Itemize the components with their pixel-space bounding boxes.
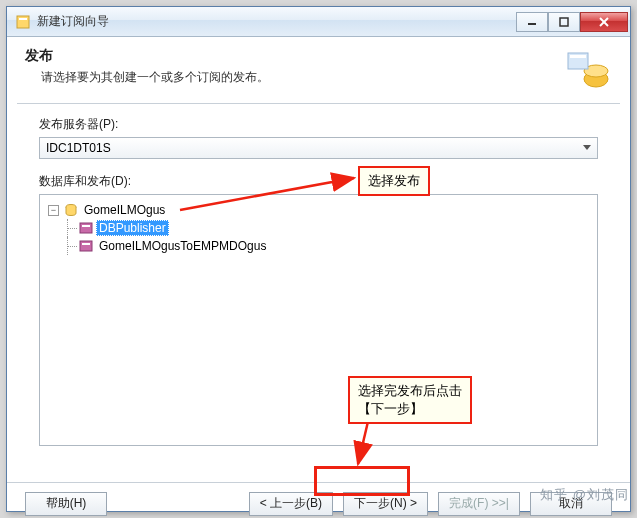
tree-item-label: DBPublisher <box>96 220 169 236</box>
svg-rect-13 <box>82 225 90 227</box>
wizard-header: 发布 请选择要为其创建一个或多个订阅的发布。 <box>7 37 630 103</box>
app-icon <box>15 14 31 30</box>
close-button[interactable] <box>580 12 628 32</box>
window-buttons <box>516 12 628 32</box>
wizard-window: 新建订阅向导 发布 请选择要为其创建一个或多个订阅的发布。 发布服务器(P): … <box>6 6 631 512</box>
tree-item-selected[interactable]: DBPublisher <box>44 219 593 237</box>
svg-rect-15 <box>82 243 90 245</box>
tree-item-label: GomeILMOgusToEMPMDOgus <box>96 239 269 253</box>
publication-tree[interactable]: − GomeILMOgus DBPublisher GomeILMOgusToE… <box>39 194 598 446</box>
collapse-icon[interactable]: − <box>48 205 59 216</box>
next-button[interactable]: 下一步(N) > <box>343 492 428 516</box>
svg-rect-3 <box>560 18 568 26</box>
header-icon <box>564 47 612 91</box>
server-label: 发布服务器(P): <box>39 116 598 133</box>
wizard-footer: 帮助(H) < 上一步(B) 下一步(N) > 完成(F) >>| 取消 <box>7 482 630 518</box>
tree-root-label: GomeILMOgus <box>81 203 168 217</box>
svg-rect-14 <box>80 241 92 251</box>
minimize-button[interactable] <box>516 12 548 32</box>
maximize-button[interactable] <box>548 12 580 32</box>
help-button[interactable]: 帮助(H) <box>25 492 107 516</box>
titlebar: 新建订阅向导 <box>7 7 630 37</box>
svg-rect-1 <box>19 18 27 20</box>
wizard-body: 发布服务器(P): IDC1DT01S 数据库和发布(D): − GomeILM… <box>7 104 630 482</box>
server-combobox[interactable]: IDC1DT01S <box>39 137 598 159</box>
back-button[interactable]: < 上一步(B) <box>249 492 333 516</box>
publication-icon <box>78 221 93 235</box>
svg-marker-10 <box>583 145 591 150</box>
svg-rect-9 <box>570 55 586 58</box>
tree-item[interactable]: GomeILMOgusToEMPMDOgus <box>44 237 593 255</box>
db-label: 数据库和发布(D): <box>39 173 598 190</box>
watermark: 知乎 @刘茂同 <box>540 486 629 504</box>
svg-rect-12 <box>80 223 92 233</box>
window-title: 新建订阅向导 <box>37 13 516 30</box>
tree-line <box>62 237 78 255</box>
server-value: IDC1DT01S <box>46 141 111 155</box>
tree-line <box>62 219 78 237</box>
svg-rect-0 <box>17 16 29 28</box>
page-subtitle: 请选择要为其创建一个或多个订阅的发布。 <box>41 69 564 86</box>
page-title: 发布 <box>25 47 564 65</box>
finish-button: 完成(F) >>| <box>438 492 520 516</box>
publication-icon <box>78 239 93 253</box>
database-icon <box>63 203 78 217</box>
tree-root-row[interactable]: − GomeILMOgus <box>44 201 593 219</box>
chevron-down-icon <box>579 140 595 156</box>
